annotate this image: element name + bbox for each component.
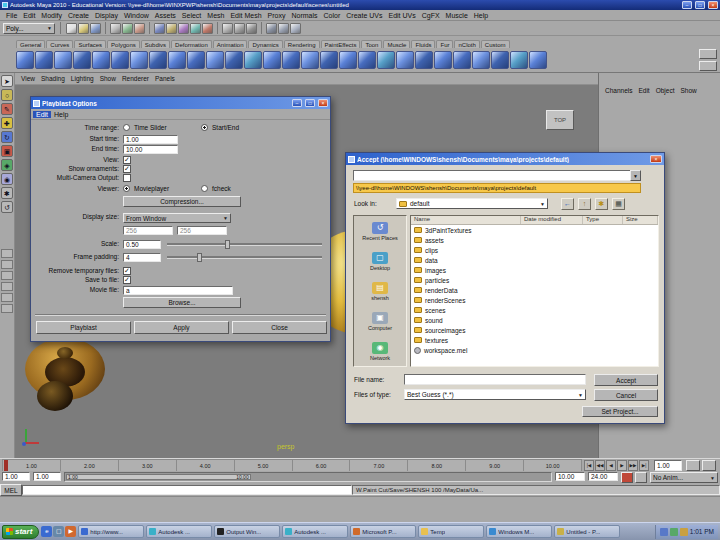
menu-window[interactable]: Window: [121, 12, 152, 19]
timeline-tick[interactable]: 8.00: [407, 460, 465, 471]
views-icon[interactable]: ▦: [612, 198, 625, 210]
poly-helix-icon[interactable]: [187, 51, 205, 69]
timeline-tick[interactable]: 3.00: [118, 460, 176, 471]
extract-icon[interactable]: [301, 51, 319, 69]
menu-assets[interactable]: Assets: [152, 12, 179, 19]
paint-select-tool-icon[interactable]: ✎: [1, 103, 13, 115]
back-icon[interactable]: ←: [561, 198, 574, 210]
accept-button[interactable]: Accept: [594, 374, 658, 386]
select-hierarchy-icon[interactable]: [110, 23, 121, 34]
snap-plane-icon[interactable]: [190, 23, 201, 34]
menu-mesh[interactable]: Mesh: [204, 12, 227, 19]
remove-temp-checkbox[interactable]: [123, 267, 131, 275]
multi-camera-checkbox[interactable]: [123, 174, 131, 182]
column-date-modified[interactable]: Date modified: [521, 216, 583, 224]
timeline-option-button-2[interactable]: [702, 460, 716, 471]
display-height-field[interactable]: 256: [177, 226, 227, 235]
updates-tray-icon[interactable]: [680, 528, 688, 536]
timeline-tick[interactable]: 4.00: [176, 460, 234, 471]
append-polygon-icon[interactable]: [415, 51, 433, 69]
select-component-icon[interactable]: [134, 23, 145, 34]
poly-cylinder-icon[interactable]: [54, 51, 72, 69]
show-ornaments-checkbox[interactable]: [123, 165, 131, 173]
close-icon[interactable]: ×: [650, 155, 662, 163]
movieplayer-radio[interactable]: [123, 185, 130, 192]
sculpt-geometry-icon[interactable]: [510, 51, 528, 69]
place-recent-places[interactable]: ↺Recent Places: [354, 216, 406, 246]
timeline-tick[interactable]: 5.00: [234, 460, 292, 471]
end-time-field[interactable]: 10.00: [123, 145, 178, 154]
range-end-handle-label[interactable]: 10.00: [236, 475, 249, 479]
boolean-intersection-icon[interactable]: [358, 51, 376, 69]
shelf-menu-button[interactable]: [699, 61, 717, 71]
file-row[interactable]: 3dPaintTextures: [411, 225, 658, 235]
soft-select-icon[interactable]: [529, 51, 547, 69]
playback-start-field[interactable]: 1.00: [33, 472, 61, 481]
minimize-button[interactable]: –: [292, 99, 302, 107]
scale-slider-handle[interactable]: [225, 240, 230, 249]
task-http-www[interactable]: http://www...: [78, 525, 144, 538]
up-folder-icon[interactable]: ↑: [578, 198, 591, 210]
path-suggestion[interactable]: \\yee-dl\home\WINDOWS\shensh\Documents\m…: [353, 183, 641, 193]
close-button[interactable]: Close: [232, 321, 327, 334]
playback-button-0[interactable]: |◀: [584, 460, 594, 471]
poly-pyramid-icon[interactable]: [149, 51, 167, 69]
fcheck-radio[interactable]: [201, 185, 208, 192]
file-row[interactable]: renderData: [411, 285, 658, 295]
current-time-marker[interactable]: [4, 460, 8, 471]
mel-toggle-button[interactable]: MEL: [0, 484, 22, 496]
time-slider[interactable]: 1.002.003.004.005.006.007.008.009.0010.0…: [0, 458, 720, 471]
channel-menu-channels[interactable]: Channels: [603, 87, 634, 94]
playblast-button[interactable]: Playblast: [36, 321, 131, 334]
timeline-tick[interactable]: 10.00: [523, 460, 581, 471]
display-width-field[interactable]: 256: [123, 226, 173, 235]
scale-slider[interactable]: [167, 243, 322, 246]
display-size-dropdown[interactable]: From Window ▼: [123, 213, 231, 223]
apply-button[interactable]: Apply: [134, 321, 229, 334]
bridge-icon[interactable]: [396, 51, 414, 69]
media-player-quicklaunch-icon[interactable]: ▶: [65, 526, 76, 537]
file-row[interactable]: clips: [411, 245, 658, 255]
channel-menu-object[interactable]: Object: [654, 87, 677, 94]
panel-menu-view[interactable]: View: [19, 75, 37, 82]
layout-hypershade-persp-button[interactable]: [1, 304, 13, 313]
shelf-tab-ncloth[interactable]: nCloth: [454, 40, 479, 48]
boolean-difference-icon[interactable]: [339, 51, 357, 69]
menu-edit-mesh[interactable]: Edit Mesh: [227, 12, 264, 19]
shelf-tab-dynamics[interactable]: Dynamics: [248, 40, 282, 48]
file-row[interactable]: data: [411, 255, 658, 265]
file-row[interactable]: images: [411, 265, 658, 275]
animation-start-field[interactable]: 1.00: [2, 472, 30, 481]
show-manip-tool-icon[interactable]: ✱: [1, 187, 13, 199]
poly-platonic-icon[interactable]: [225, 51, 243, 69]
menu-set-dropdown[interactable]: Poly... ▼: [3, 23, 55, 34]
playback-button-1[interactable]: ◀◀: [595, 460, 605, 471]
layout-four-pane-button[interactable]: [1, 282, 13, 291]
frame-padding-slider[interactable]: [167, 256, 322, 259]
movie-file-field[interactable]: a: [123, 286, 233, 295]
menu-edit[interactable]: Edit: [20, 12, 38, 19]
timeline-tick[interactable]: 9.00: [465, 460, 523, 471]
minimize-window-button[interactable]: –: [682, 1, 692, 9]
snap-curve-icon[interactable]: [166, 23, 177, 34]
separate-icon[interactable]: [282, 51, 300, 69]
file-row[interactable]: assets: [411, 235, 658, 245]
poly-soccer-ball-icon[interactable]: [206, 51, 224, 69]
file-name-field[interactable]: [404, 374, 586, 385]
task-autodesk[interactable]: Autodesk ...: [282, 525, 348, 538]
menu-help[interactable]: Help: [51, 111, 71, 118]
menu-create[interactable]: Create: [65, 12, 92, 19]
start-time-field[interactable]: 1.00: [123, 135, 178, 144]
shelf-tab-deformation[interactable]: Deformation: [171, 40, 212, 48]
poly-pipe-icon[interactable]: [168, 51, 186, 69]
place-shensh[interactable]: ▤shensh: [354, 276, 406, 306]
view-checkbox[interactable]: [123, 156, 131, 164]
new-scene-icon[interactable]: [66, 23, 77, 34]
construction-history-icon[interactable]: [246, 23, 257, 34]
boolean-union-icon[interactable]: [320, 51, 338, 69]
poly-cube-icon[interactable]: [35, 51, 53, 69]
soft-mod-tool-icon[interactable]: ◉: [1, 173, 13, 185]
timeline-tick[interactable]: 6.00: [292, 460, 350, 471]
auto-key-icon[interactable]: [621, 472, 633, 483]
ipr-render-icon[interactable]: [278, 23, 289, 34]
